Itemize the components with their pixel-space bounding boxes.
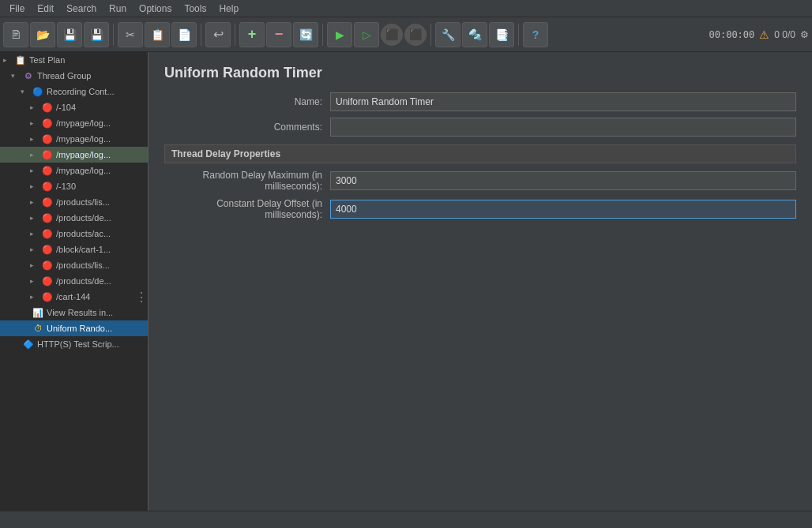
- view-results-icon: 📊: [32, 306, 44, 319]
- name-input[interactable]: [330, 92, 796, 111]
- sidebar-tree: ▸ 📋 Test Plan ▾ ⚙ Thread Group ▾ 🔵 Recor…: [0, 52, 148, 511]
- copy-button[interactable]: 📋: [145, 22, 170, 47]
- sidebar-item-view-results[interactable]: ▸ 📊 View Results in...: [0, 305, 148, 320]
- arrow-thread-group: ▾: [11, 72, 22, 80]
- sidebar-label-req-104: /-104: [56, 103, 76, 112]
- sidebar-item-recording-cont[interactable]: ▾ 🔵 Recording Cont...: [0, 84, 148, 99]
- sidebar-item-req-mypage3[interactable]: ▸ 🔴 /mypage/log...: [0, 147, 148, 163]
- name-label: Name:: [164, 96, 330, 107]
- run-button[interactable]: ▶: [327, 22, 352, 47]
- req-products5-icon: 🔴: [41, 275, 54, 287]
- arrow-130: ▸: [30, 182, 41, 190]
- new-button[interactable]: 🖹: [3, 22, 28, 47]
- menu-run[interactable]: Run: [103, 2, 133, 16]
- remove-button[interactable]: −: [266, 22, 291, 47]
- arrow-products2: ▸: [30, 214, 41, 222]
- toolbar: 🖹 📂 💾 💾 ✂ 📋 📄 ↩ + − 🔄 ▶ ▷ ⬛ ⬛ 🔧 🔩 📑 ? 00…: [0, 17, 812, 52]
- arrow-mypage3: ▸: [30, 151, 41, 159]
- menu-options[interactable]: Options: [133, 2, 178, 16]
- arrow-cart: ▸: [30, 293, 41, 301]
- spinner-icon: ⚙: [800, 29, 809, 40]
- sidebar-item-products5[interactable]: ▸ 🔴 /products/de...: [0, 273, 148, 289]
- sidebar-item-uniform-timer[interactable]: ▸ ⏱ Uniform Rando...: [0, 320, 148, 336]
- sidebar-item-products2[interactable]: ▸ 🔴 /products/de...: [0, 210, 148, 226]
- function-helper-button[interactable]: 🔩: [462, 22, 487, 47]
- arrow-products5: ▸: [30, 277, 41, 285]
- req-mypage1-icon: 🔴: [41, 117, 54, 129]
- stop-button[interactable]: ⬛: [381, 24, 403, 46]
- run-no-pause-button[interactable]: ▷: [354, 22, 379, 47]
- sidebar-label-view-results: View Results in...: [47, 308, 113, 317]
- undo-button[interactable]: ↩: [205, 22, 231, 47]
- sidebar-label-http-script: HTTP(S) Test Scrip...: [37, 339, 119, 349]
- req-block-icon: 🔴: [41, 243, 54, 256]
- sep4: [322, 24, 323, 46]
- sidebar-item-test-plan[interactable]: ▸ 📋 Test Plan: [0, 52, 148, 68]
- help-button[interactable]: ?: [523, 22, 548, 47]
- sidebar-label-products3: /products/ac...: [56, 229, 111, 238]
- arrow-products1: ▸: [30, 198, 41, 206]
- counter-display: 0 0/0: [774, 29, 795, 40]
- sidebar-item-block[interactable]: ▸ 🔴 /block/cart-1...: [0, 242, 148, 257]
- sidebar-item-http-script[interactable]: ▸ 🔷 HTTP(S) Test Scrip...: [0, 336, 148, 352]
- sidebar-label-test-plan: Test Plan: [29, 55, 65, 65]
- sidebar-item-req-mypage2[interactable]: ▸ 🔴 /mypage/log...: [0, 131, 148, 147]
- sidebar-item-products3[interactable]: ▸ 🔴 /products/ac...: [0, 226, 148, 242]
- http-script-icon: 🔷: [22, 338, 35, 350]
- sidebar-item-products4[interactable]: ▸ 🔴 /products/lis...: [0, 257, 148, 273]
- sidebar-item-req-mypage4[interactable]: ▸ 🔴 /mypage/log...: [0, 163, 148, 178]
- add-button[interactable]: +: [239, 22, 265, 47]
- arrow-block: ▸: [30, 245, 41, 253]
- sidebar-label-thread-group: Thread Group: [37, 71, 91, 81]
- sidebar-item-req-mypage1[interactable]: ▸ 🔴 /mypage/log...: [0, 115, 148, 131]
- cut-button[interactable]: ✂: [118, 22, 143, 47]
- sidebar-label-130: /-130: [56, 182, 76, 191]
- random-delay-label: Random Delay Maximum (in milliseconds):: [164, 170, 330, 192]
- req-mypage2-icon: 🔴: [41, 133, 54, 145]
- sidebar-label-recording: Recording Cont...: [47, 87, 115, 96]
- constant-delay-label: Constant Delay Offset (in milliseconds):: [164, 198, 330, 220]
- paste-button[interactable]: 📄: [171, 22, 197, 47]
- stop-now-button[interactable]: ⬛: [404, 24, 427, 46]
- menu-file[interactable]: File: [3, 2, 31, 16]
- more-icon[interactable]: ⋮: [135, 290, 148, 305]
- req-mypage3-icon: 🔴: [41, 148, 54, 161]
- comments-label: Comments:: [164, 122, 330, 133]
- templates-button[interactable]: 📑: [489, 22, 514, 47]
- sidebar-item-req-130[interactable]: ▸ 🔴 /-130: [0, 178, 148, 194]
- sidebar-label-products1: /products/lis...: [56, 197, 110, 207]
- req-104-icon: 🔴: [41, 101, 54, 114]
- sidebar-label-mypage3: /mypage/log...: [56, 150, 111, 159]
- arrow-test-plan: ▸: [3, 56, 14, 64]
- menu-help[interactable]: Help: [212, 2, 245, 16]
- clear-button[interactable]: 🔄: [293, 22, 318, 47]
- menu-tools[interactable]: Tools: [178, 2, 212, 16]
- req-130-icon: 🔴: [41, 180, 54, 193]
- arrow-products3: ▸: [30, 230, 41, 238]
- recording-icon: 🔵: [32, 85, 44, 98]
- sidebar-item-products1[interactable]: ▸ 🔴 /products/lis...: [0, 194, 148, 210]
- sidebar-label-uniform-timer: Uniform Rando...: [47, 324, 112, 333]
- statusbar: [0, 511, 812, 528]
- sidebar-item-req-104[interactable]: ▸ 🔴 /-104: [0, 99, 148, 115]
- sidebar-label-block: /block/cart-1...: [56, 245, 111, 254]
- random-delay-input[interactable]: [330, 171, 796, 190]
- menu-search[interactable]: Search: [60, 2, 103, 16]
- arrow-mypage2: ▸: [30, 135, 41, 143]
- constant-delay-input[interactable]: [330, 200, 796, 219]
- sidebar-item-thread-group[interactable]: ▾ ⚙ Thread Group: [0, 68, 148, 84]
- page-title: Uniform Random Timer: [164, 65, 796, 81]
- record-button[interactable]: 🔧: [435, 22, 461, 47]
- sep5: [430, 24, 431, 46]
- warning-icon: ⚠: [759, 28, 769, 41]
- open-button[interactable]: 📂: [30, 22, 55, 47]
- sep3: [235, 24, 235, 46]
- timer-icon: ⏱: [32, 322, 44, 335]
- sidebar-item-cart[interactable]: ▸ 🔴 /cart-144 ⋮: [0, 289, 148, 305]
- save-button[interactable]: 💾: [57, 22, 82, 47]
- menu-edit[interactable]: Edit: [31, 2, 60, 16]
- comments-input[interactable]: [330, 118, 796, 137]
- content-panel: Uniform Random Timer Name: Comments: Thr…: [148, 52, 812, 511]
- toolbar-status: 00:00:00 ⚠ 0 0/0 ⚙: [709, 28, 810, 41]
- save-as-button[interactable]: 💾: [84, 22, 109, 47]
